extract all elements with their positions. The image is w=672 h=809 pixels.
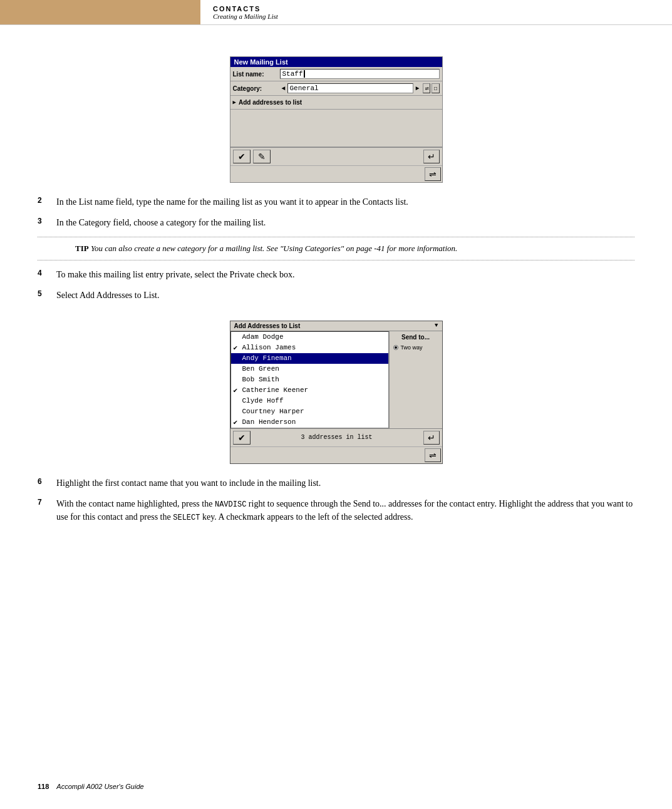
dialog2-footer: ✔ 3 addresses in list ↵ [230,428,442,446]
page-title-footer: Accompli A002 User's Guide [56,783,143,790]
dialog1-listname-label: List name: [233,71,280,78]
dialog2: Add Addresses to List ▼ Adam Dodge✔Allis… [230,321,443,464]
header-subtitle: Creating a Mailing List [213,13,659,20]
dialog1-edit-button[interactable]: ✎ [253,150,271,163]
step-7-text: With the contact name highlighted, press… [56,497,634,523]
dialog1-container: New Mailing List List name: Staff Catego… [38,56,634,183]
page-number: 118 [38,783,49,790]
category-icons: ⇌ ☐ [423,83,439,93]
contact-check-icon: ✔ [234,386,242,394]
dialog2-titlebar: Add Addresses to List ▼ [230,321,442,331]
dialog1-scroll-button[interactable]: ⇌ [425,167,441,181]
contact-name: Ben Green [242,365,386,373]
contact-name: Clyde Hoff [242,397,386,404]
step-2-text: In the List name field, type the name fo… [56,195,408,209]
dialog2-container: Add Addresses to List ▼ Adam Dodge✔Allis… [38,321,634,464]
contact-item[interactable]: ✔Allison James [231,343,388,353]
dialog2-ok-button[interactable]: ✔ [233,431,251,445]
text-cursor [304,70,305,78]
contact-name: Catherine Keener [242,386,386,394]
category-lock-icon[interactable]: ☐ [432,83,439,93]
dialog1-listname-input[interactable]: Staff [280,69,440,79]
contact-name: Allison James [242,344,386,351]
step-4-text: To make this mailing list entry private,… [56,268,294,281]
contact-item[interactable]: Courtney Harper [231,406,388,417]
contact-name: Dan Henderson [242,418,386,426]
contact-name: Adam Dodge [242,333,386,341]
header-section-title: CONTACTS [213,5,659,13]
dialog1-category-label: Category: [233,85,280,92]
dialog1-listname-row: List name: Staff [230,67,442,81]
header-text-area: CONTACTS Creating a Mailing List [200,0,672,24]
main-content: New Mailing List List name: Staff Catego… [0,25,672,556]
radio-twoway[interactable] [393,345,398,350]
sendto-panel: Send to... Two way [389,331,442,428]
step-2-number: 2 [38,195,50,205]
contact-item[interactable]: Andy Fineman [231,353,388,364]
contact-item[interactable]: Clyde Hoff [231,396,388,406]
header-orange-block [0,0,200,24]
contact-item[interactable]: ✔Dan Henderson [231,417,388,428]
dialog2-title: Add Addresses to List [234,322,301,329]
step-2: 2 In the List name field, type the name … [38,195,634,209]
contact-name: Bob Smith [242,376,386,383]
header: CONTACTS Creating a Mailing List [0,0,672,25]
dialog1-ok-button[interactable]: ✔ [233,150,251,163]
contacts-list: Adam Dodge✔Allison James Andy Fineman Be… [230,331,389,428]
step-3-number: 3 [38,216,50,225]
dialog1-titlebar: New Mailing List [230,57,442,67]
dialog2-count: 3 addresses in list [253,434,421,441]
step-5-number: 5 [38,289,50,298]
category-arrow-left[interactable]: ◄ [282,85,286,92]
dialog1-category-row: Category: ◄ General ► ⇌ ☐ [230,81,442,96]
sendto-option-twoway[interactable]: Two way [392,343,440,352]
step-6-number: 6 [38,477,50,486]
step-4: 4 To make this mailing list entry privat… [38,268,634,281]
category-arrow-right[interactable]: ► [415,85,419,92]
page-footer: 118 Accompli A002 User's Guide [38,783,144,790]
step-5: 5 Select Add Addresses to List. [38,289,634,302]
dialog1-add-addresses-text: Add addresses to list [239,99,302,106]
contacts-panel: Adam Dodge✔Allison James Andy Fineman Be… [230,331,389,428]
dialog1: New Mailing List List name: Staff Catego… [230,56,443,183]
dialog2-back-button[interactable]: ↵ [423,431,440,445]
step-6-text: Highlight the first contact name that yo… [56,477,321,490]
step-4-number: 4 [38,268,50,277]
contact-item[interactable]: Bob Smith [231,374,388,385]
dialog1-scroll-row: ⇌ [230,165,442,182]
dialog2-scroll-row: ⇌ [230,446,442,463]
step-5-text: Select Add Addresses to List. [56,289,160,302]
dialog1-footer: ✔ ✎ ↵ [230,147,442,165]
dialog1-back-button[interactable]: ↵ [423,150,440,163]
contact-name: Courtney Harper [242,408,386,415]
sendto-option-label: Two way [401,344,423,351]
step-3-text: In the Category field, choose a category… [56,216,266,229]
category-link-icon[interactable]: ⇌ [423,83,430,93]
contact-name: Andy Fineman [242,354,386,362]
contact-check-icon: ✔ [234,418,242,426]
dialog2-scroll-button[interactable]: ⇌ [425,448,441,462]
step-7: 7 With the contact name highlighted, pre… [38,497,634,523]
dialog1-add-addresses-row[interactable]: ▶ Add addresses to list [230,96,442,110]
dialog1-category-value[interactable]: General [287,83,414,93]
contact-item[interactable]: Ben Green [231,364,388,374]
dialog1-empty-area [230,110,442,147]
contact-item[interactable]: ✔Catherine Keener [231,385,388,396]
step-3: 3 In the Category field, choose a catego… [38,216,634,229]
tip-text-content: You can also create a new category for a… [89,244,458,253]
dialog1-body: List name: Staff Category: ◄ General ► ⇌… [230,67,442,182]
dialog2-layout: Adam Dodge✔Allison James Andy Fineman Be… [230,331,442,428]
dialog2-dropdown-icon[interactable]: ▼ [435,322,438,329]
contact-item[interactable]: Adam Dodge [231,332,388,343]
tip-content: TIP You can also create a new category f… [75,244,457,253]
tip-box: TIP You can also create a new category f… [38,237,634,260]
tip-label: TIP [75,244,89,253]
step-7-number: 7 [38,497,50,507]
step-6: 6 Highlight the first contact name that … [38,477,634,490]
dialog1-title: New Mailing List [234,58,288,66]
sendto-label: Send to... [392,334,440,341]
add-addresses-arrow-icon: ▶ [233,99,236,106]
contact-check-icon: ✔ [234,344,242,352]
